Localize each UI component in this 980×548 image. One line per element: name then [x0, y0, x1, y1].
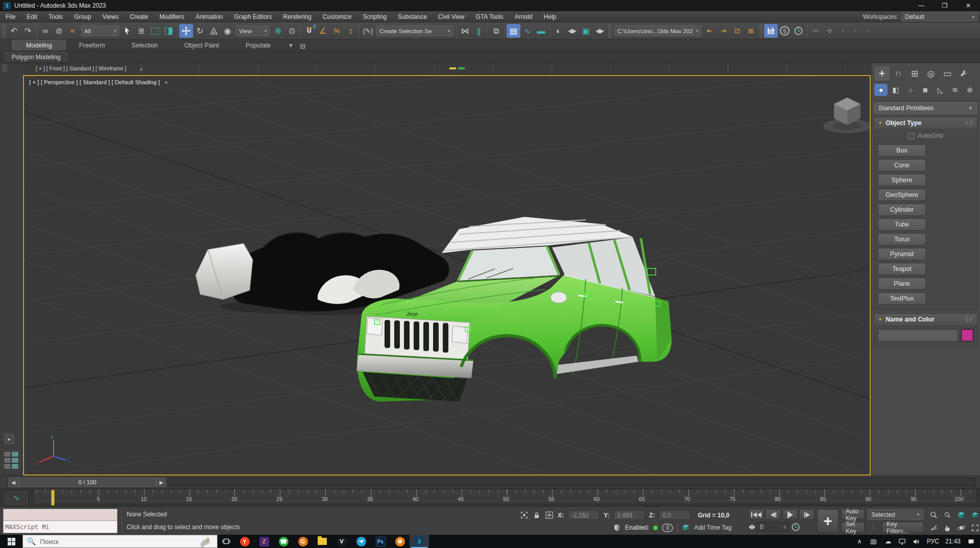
notification-center-icon[interactable] — [967, 538, 975, 545]
reference-coordinate-dropdown[interactable]: View▾ — [236, 26, 270, 36]
undo-icon[interactable]: ↶ — [7, 24, 21, 38]
open-scene-icon[interactable]: ⇥ — [716, 24, 730, 38]
time-marker[interactable] — [51, 490, 55, 506]
time-configuration-icon[interactable] — [792, 24, 805, 38]
select-and-scale-icon[interactable] — [207, 24, 221, 38]
category-icon[interactable]: ⊛ — [963, 84, 976, 96]
select-by-name-icon[interactable]: ≣ — [134, 24, 148, 38]
go-to-start-button[interactable] — [749, 509, 764, 520]
time-tag-cube-icon[interactable] — [682, 524, 690, 532]
taskbar-app-2gis[interactable]: G — [293, 535, 313, 548]
import-scene-icon[interactable]: ⇤ — [703, 24, 716, 38]
task-view-icon[interactable] — [218, 535, 235, 548]
taskbar-app-blender[interactable] — [390, 535, 410, 548]
primitive-button[interactable]: TextPlus — [878, 292, 926, 305]
previous-frame-button[interactable] — [766, 509, 781, 520]
time-slider-button[interactable]: 0 / 100 — [18, 478, 156, 487]
object-name-field[interactable] — [878, 329, 958, 341]
rollout-grip-icon[interactable]: ⠿⠿ — [965, 317, 973, 322]
primitive-button[interactable]: GeoSphere — [878, 189, 926, 201]
material-editor-icon[interactable]: ◐ — [552, 24, 565, 38]
taskbar-app-zona[interactable]: Z — [254, 535, 274, 548]
key-selection-dropdown[interactable]: Selected▼ — [868, 509, 924, 520]
ribbon-tab[interactable]: Modeling — [12, 40, 66, 51]
menu-item[interactable]: Scripting — [357, 11, 392, 22]
primitive-button[interactable]: Teapot — [878, 263, 926, 275]
mirror-icon[interactable]: ⋈ — [458, 24, 472, 38]
chevron-down-icon[interactable]: ▼ — [139, 67, 144, 72]
add-time-tag[interactable]: Add Time Tag — [694, 524, 731, 531]
display-tab-icon[interactable]: ▭ — [940, 66, 955, 81]
archive-scene-icon[interactable]: ⊞ — [744, 24, 758, 38]
set-keys-button[interactable]: + — [817, 509, 839, 533]
front-viewport-collapsed[interactable]: [ + ] [ Front ] [ Standard ] [ Wireframe… — [23, 63, 871, 75]
primitive-button[interactable]: Torus — [878, 233, 926, 245]
save-scene-icon[interactable]: ⊡ — [730, 24, 744, 38]
ribbon-overflow-chevron[interactable]: ▾ — [284, 40, 297, 51]
angle-snap-icon[interactable]: ∠ — [316, 24, 330, 38]
z-coordinate-field[interactable]: 0,0 — [659, 510, 690, 520]
project-folder-dropdown[interactable]: C:\Users\zino...\3ds Max 202:▾ — [614, 26, 701, 36]
current-frame-field[interactable]: 0⇅ — [757, 522, 790, 532]
layout-flyout-arrow-icon[interactable]: ▸ — [4, 434, 14, 444]
network-icon[interactable] — [898, 538, 906, 545]
key-filters-button[interactable]: Key Filters... — [882, 522, 924, 533]
selection-region-icon[interactable] — [148, 24, 162, 38]
taskbar-app-photoshop[interactable]: Ps — [371, 535, 390, 548]
menu-item[interactable]: Help — [538, 11, 562, 22]
object-color-swatch[interactable] — [961, 329, 973, 341]
selection-filter-dropdown[interactable]: All▾ — [81, 26, 119, 36]
set-key-button[interactable]: Set Key — [841, 522, 865, 533]
field-of-view-icon[interactable] — [927, 521, 940, 534]
primitive-button[interactable]: Plane — [878, 278, 926, 290]
splitter-mark-green[interactable] — [458, 67, 465, 69]
named-selection-dropdown[interactable]: Create Selection Se▾ — [376, 26, 453, 36]
menu-item[interactable]: Group — [68, 11, 97, 22]
key-mode-toggle[interactable] — [749, 525, 755, 530]
language-indicator[interactable]: РУС — [927, 538, 939, 545]
category-icon[interactable]: ≋ — [948, 84, 962, 96]
menu-item[interactable]: GTA Tools — [470, 11, 509, 22]
start-button[interactable] — [0, 535, 22, 548]
undo-count-badge[interactable]: 5 — [778, 24, 792, 38]
zoom-icon[interactable] — [927, 509, 940, 521]
rendered-frame-window-icon[interactable]: ▣ — [579, 24, 593, 38]
primitive-category-dropdown[interactable]: Standard Primitives▼ — [874, 103, 977, 114]
save-file-icon[interactable] — [764, 24, 778, 38]
curve-editor-icon[interactable]: ∿ — [520, 24, 534, 38]
menu-item[interactable]: Civil View — [433, 11, 470, 22]
maximize-viewport-icon[interactable] — [968, 521, 980, 534]
object-type-header[interactable]: ▼ Object Type ⠿⠿ — [874, 117, 977, 129]
primitive-button[interactable]: Pyramid — [878, 248, 926, 260]
time-configuration-icon[interactable] — [791, 522, 800, 532]
zoom-extents-all-icon[interactable] — [968, 509, 980, 521]
close-button[interactable]: ✕ — [957, 0, 980, 11]
absolute-mode-icon[interactable] — [545, 511, 554, 519]
shield-icon[interactable] — [613, 524, 621, 532]
pan-hand-icon[interactable] — [941, 521, 954, 534]
menu-item[interactable]: Animation — [190, 11, 228, 22]
clock[interactable]: 21:43 — [945, 538, 961, 545]
polygon-modeling-panel[interactable]: Polygon Modeling — [5, 52, 67, 62]
ribbon-tab[interactable]: Populate — [232, 40, 284, 51]
autogrid-checkbox[interactable] — [908, 133, 915, 139]
x-coordinate-field[interactable]: -2,152 — [568, 510, 600, 520]
isolate-selection-icon[interactable] — [520, 511, 529, 519]
menu-item[interactable]: Edit — [21, 11, 43, 22]
primitive-button[interactable]: Box — [878, 144, 926, 157]
render-production-icon[interactable] — [593, 24, 607, 38]
toolbar-drag-handle[interactable] — [3, 24, 6, 38]
track-bar-ruler[interactable]: 0510152025303540455055606570758085909510… — [33, 489, 977, 504]
taskbar-app-yandex[interactable]: Y — [235, 535, 254, 548]
menu-item[interactable]: Tools — [43, 11, 68, 22]
menu-item[interactable]: Rendering — [277, 11, 317, 22]
select-and-rotate-icon[interactable]: ↻ — [193, 24, 207, 38]
key-steps-icon[interactable]: ⁖ — [868, 522, 879, 533]
menu-item[interactable]: Create — [124, 11, 154, 22]
next-frame-arrow[interactable]: ▶ — [156, 478, 166, 487]
percent-snap-icon[interactable]: % — [330, 24, 344, 38]
name-color-header[interactable]: ▼ Name and Color ⠿⠿ — [874, 314, 977, 325]
use-pivot-center-icon[interactable]: ⊕ — [271, 24, 285, 38]
named-selection-sets-icon[interactable]: {✎} — [361, 24, 375, 38]
menu-item[interactable]: Substance — [392, 11, 433, 22]
